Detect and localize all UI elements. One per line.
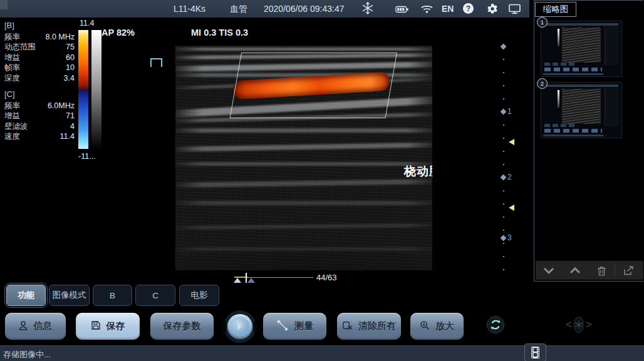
zoom-button[interactable]: 放大 xyxy=(410,313,464,340)
probe-orientation-marker xyxy=(150,58,162,67)
thumb-mini-tabs xyxy=(544,124,577,127)
thumbnail-panel: 缩略图 1 2 xyxy=(534,0,643,282)
tissue-texture-band xyxy=(175,179,432,188)
datetime: 2020/06/06 09:43:47 xyxy=(264,4,344,14)
focus-marker xyxy=(509,139,514,145)
left-angle-bracket: < xyxy=(566,318,572,331)
b-mode-title: [B] xyxy=(4,21,75,30)
param-value: 4 xyxy=(70,121,75,131)
measure-button-label: 测量 xyxy=(294,320,313,332)
probe-model: L11-4Ks xyxy=(174,4,205,14)
scroll-up-button[interactable] xyxy=(562,261,588,280)
focus-marker xyxy=(509,205,514,211)
clear-all-button[interactable]: 清除所有 xyxy=(337,313,401,340)
param-label: 频率 xyxy=(4,32,20,42)
c-mode-title: [C] xyxy=(4,89,75,99)
snowflake-dim-icon xyxy=(574,317,584,333)
thumb-mini-topbar xyxy=(544,84,618,87)
param-row: 增益60 xyxy=(4,53,75,63)
param-row: 速度11.4 xyxy=(4,131,75,141)
info-button-label: 信息 xyxy=(33,320,52,332)
cine-film-button[interactable] xyxy=(524,343,546,361)
tab-image-mode[interactable]: 图像模式 xyxy=(49,285,90,306)
refresh-button[interactable] xyxy=(486,315,505,334)
param-label: 频率 xyxy=(4,101,20,111)
eraser-clear-icon xyxy=(342,320,353,332)
depth-ruler-label: 3 xyxy=(507,233,512,242)
export-share-button[interactable] xyxy=(615,261,641,280)
frame-counter: 44/63 xyxy=(316,273,337,282)
tissue-texture-band xyxy=(175,142,432,152)
measure-button[interactable]: 测量 xyxy=(263,313,326,340)
b-mode-params: [B] 频率8.0 MHz 动态范围75 增益60 帧率10 深度3.4 xyxy=(4,21,75,83)
thumb-mini-statusbar xyxy=(543,73,603,75)
thumbnail-item-2[interactable]: 2 xyxy=(541,82,622,138)
annotation-text: 桡动脉血流 xyxy=(404,163,432,180)
corner-chip xyxy=(0,0,8,9)
thumb-mini-graybar xyxy=(558,90,559,108)
param-row: 频率6.0MHz xyxy=(4,101,75,111)
f-knob[interactable]: F xyxy=(224,310,256,343)
wifi-icon xyxy=(421,4,433,14)
save-params-button[interactable]: 保存参数 xyxy=(150,313,214,340)
depth-ruler-diamond xyxy=(501,109,507,115)
thumb-mini-image xyxy=(562,28,601,63)
save-button[interactable]: 保存 xyxy=(76,313,140,340)
thumbnail-index-badge: 2 xyxy=(537,78,548,89)
ultrasound-image: 桡动脉血流 xyxy=(175,46,432,270)
acoustic-power: AP 82% xyxy=(101,28,135,38)
save-params-label: 保存参数 xyxy=(164,320,201,332)
param-value: 3.4 xyxy=(64,73,75,83)
depth-ruler-label: 1 xyxy=(507,107,512,116)
velocity-scale-min: -11... xyxy=(78,152,96,161)
save-button-label: 保存 xyxy=(106,320,125,332)
language-toggle[interactable]: EN xyxy=(442,4,454,14)
tissue-texture-band xyxy=(175,48,432,51)
display-monitor-icon[interactable] xyxy=(509,4,521,14)
magnifier-plus-icon xyxy=(420,320,430,332)
color-roi-box xyxy=(229,53,397,118)
param-row: 深度3.4 xyxy=(4,73,75,83)
help-icon[interactable]: ? xyxy=(463,3,474,14)
param-value: 10 xyxy=(66,63,75,73)
tissue-texture-band xyxy=(175,247,432,251)
thumbnail-panel-header: 缩略图 xyxy=(535,2,576,17)
freeze-icon[interactable] xyxy=(361,2,374,14)
cine-current-frame-marker[interactable] xyxy=(246,273,247,283)
tab-b-mode[interactable]: B xyxy=(93,285,132,306)
clear-all-label: 清除所有 xyxy=(358,320,396,332)
floppy-save-icon xyxy=(91,320,101,332)
tab-function[interactable]: 功能 xyxy=(6,285,46,306)
param-value: 60 xyxy=(66,53,75,63)
freeze-toggle-dimmed[interactable]: < > xyxy=(566,317,592,333)
thumbnail-item-1[interactable]: 1 xyxy=(541,21,622,77)
thumb-mini-topbar xyxy=(544,23,618,26)
param-row: 频率8.0 MHz xyxy=(4,32,75,42)
param-label: 帧率 xyxy=(4,63,20,73)
param-label: 增益 xyxy=(4,111,20,121)
thumb-mini-sidepanel xyxy=(605,88,619,126)
thumb-mini-buttons xyxy=(544,129,602,133)
c-mode-params: [C] 频率6.0MHz 增益71 壁滤波4 速度11.4 xyxy=(4,89,75,142)
settings-gear-icon[interactable] xyxy=(487,3,498,14)
thumb-mini-statusbar xyxy=(543,135,603,136)
grayscale-bar xyxy=(91,30,101,149)
right-angle-bracket: > xyxy=(586,318,592,331)
cine-start-handle[interactable] xyxy=(234,278,241,283)
param-label: 壁滤波 xyxy=(4,121,28,131)
top-status-bar: L11-4Ks 血管 2020/06/06 09:43:47 EN ? xyxy=(0,0,529,18)
cine-end-handle[interactable] xyxy=(247,278,255,283)
info-button[interactable]: 信息 xyxy=(5,313,66,340)
param-row: 壁滤波4 xyxy=(4,121,75,131)
tab-cine[interactable]: 电影 xyxy=(179,285,219,306)
thumbnail-panel-title: 缩略图 xyxy=(543,4,569,15)
status-bar: 存储图像中... xyxy=(0,345,644,361)
tab-c-mode[interactable]: C xyxy=(135,285,175,306)
param-row: 增益71 xyxy=(4,111,75,121)
scroll-down-button[interactable] xyxy=(536,261,562,280)
zoom-button-label: 放大 xyxy=(435,320,454,332)
delete-trash-button[interactable] xyxy=(588,261,615,280)
battery-icon xyxy=(395,5,409,14)
exam-type: 血管 xyxy=(230,4,247,15)
depth-ruler-diamond xyxy=(501,175,507,181)
